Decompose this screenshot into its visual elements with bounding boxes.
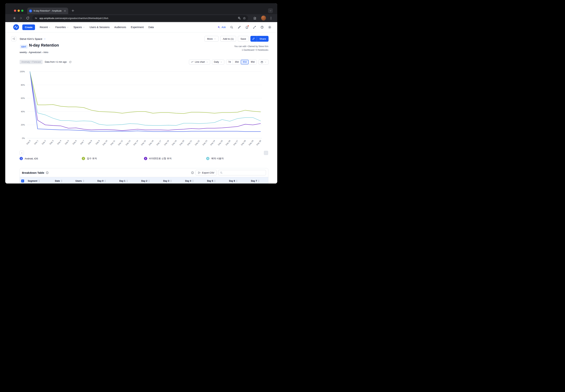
collapse-sidebar-button[interactable] <box>11 36 16 41</box>
sort-icon[interactable] <box>258 180 259 182</box>
create-button[interactable]: Create <box>22 25 35 30</box>
forward-button[interactable] <box>19 16 23 20</box>
chart-description[interactable]: weekly - Agree&start→Intro <box>20 51 48 54</box>
notification-badge <box>248 25 249 27</box>
column-header-day0[interactable]: Day 0 <box>95 177 117 183</box>
sort-icon[interactable] <box>104 180 106 182</box>
new-tab-button[interactable] <box>71 9 75 13</box>
legend-item[interactable]: 1 Android, iOS <box>20 157 82 160</box>
profile-avatar[interactable] <box>261 15 266 20</box>
breakdown-search[interactable] <box>218 170 266 175</box>
share-button[interactable]: Share <box>257 36 268 42</box>
nav-data[interactable]: Data <box>148 26 154 29</box>
copy-link-button[interactable] <box>250 36 257 42</box>
search-icon[interactable] <box>230 26 233 29</box>
chart-page-right-button[interactable] <box>264 151 268 155</box>
legend-swatch: 1 <box>20 157 23 160</box>
site-settings-icon[interactable] <box>34 17 38 20</box>
range-60d[interactable]: 60d <box>241 60 249 64</box>
journeys-icon[interactable] <box>253 26 256 29</box>
breadcrumb[interactable]: Steve Kim's Space <box>20 37 46 40</box>
line-chart-icon <box>191 61 194 63</box>
browser-menu-icon[interactable] <box>269 16 273 20</box>
svg-text:Day 9: Day 9 <box>95 140 100 145</box>
tab-search-button[interactable] <box>268 8 273 13</box>
back-button[interactable] <box>13 16 16 20</box>
more-button[interactable]: More <box>205 36 219 42</box>
reload-button[interactable] <box>26 16 30 20</box>
column-header-day6[interactable]: Day 6 <box>227 177 249 183</box>
translate-icon[interactable] <box>238 17 241 20</box>
info-icon[interactable] <box>191 171 194 174</box>
column-header-day5[interactable]: Day 5 <box>205 177 227 183</box>
usage-text[interactable]: 1 Dashboard • 0 Notebooks <box>234 48 268 52</box>
minimize-window-button[interactable] <box>18 10 20 12</box>
sort-icon[interactable] <box>236 180 238 182</box>
svg-text:Day 21: Day 21 <box>187 140 192 146</box>
breakdown-search-input[interactable] <box>224 171 264 174</box>
chart-type-select[interactable]: Line chart <box>189 60 210 65</box>
svg-text:Day 8: Day 8 <box>87 140 92 145</box>
chart-controls-right: Line chart Daily 7d 30d 60d 90d <box>189 59 268 65</box>
page-title[interactable]: N-day Retention <box>29 43 59 48</box>
bookmark-star-icon[interactable] <box>243 17 246 20</box>
column-header-users[interactable]: Users <box>73 177 95 183</box>
retention-line-chart[interactable]: 0%20%40%60%80%100%Day 0Day 1Day 2Day 3Da… <box>5 68 277 153</box>
ask-button[interactable]: Ask <box>217 26 226 29</box>
column-header-date[interactable]: Date <box>53 177 73 183</box>
amplitude-favicon <box>29 9 32 13</box>
svg-text:Day 0: Day 0 <box>26 140 31 145</box>
zoom-window-button[interactable] <box>21 10 23 12</box>
notifications-button[interactable] <box>245 26 249 29</box>
svg-text:Day 18: Day 18 <box>164 140 169 146</box>
sort-icon[interactable] <box>61 180 62 182</box>
column-header-day3[interactable]: Day 3 <box>161 177 183 183</box>
svg-text:Day 24: Day 24 <box>210 140 216 146</box>
column-header-day7[interactable]: Day 7 <box>249 177 271 183</box>
help-icon[interactable] <box>260 26 264 29</box>
legend-item[interactable]: 3 비대면진료 신청 유저 <box>144 157 206 160</box>
range-7d[interactable]: 7d <box>226 60 233 64</box>
address-bar[interactable]: app.amplitude.com/analytics/goodoc/chart… <box>32 15 248 21</box>
info-icon[interactable] <box>46 171 49 174</box>
browser-tab[interactable]: N-day Retention* - Amplitude <box>27 8 68 14</box>
column-header-segment[interactable]: Segment <box>26 177 53 183</box>
legend-item[interactable]: 4 예약 사용자 <box>206 157 268 160</box>
nav-recent[interactable]: Recent <box>40 26 51 29</box>
nav-audiences[interactable]: Audiences <box>114 26 126 29</box>
nav-experiment[interactable]: Experiment <box>131 26 144 29</box>
range-30d[interactable]: 30d <box>233 60 241 64</box>
column-header-day4[interactable]: Day 4 <box>183 177 205 183</box>
column-header-day2[interactable]: Day 2 <box>139 177 161 183</box>
pencil-icon[interactable] <box>238 26 241 29</box>
add-to-button[interactable]: Add to (1) <box>220 36 236 42</box>
chart-page-left-button[interactable] <box>20 151 24 155</box>
nav-users-sessions[interactable]: Users & Sessions <box>89 26 109 29</box>
amplitude-logo[interactable] <box>13 24 19 30</box>
export-csv-button[interactable]: Export CSV <box>195 170 217 175</box>
refresh-data-icon[interactable] <box>69 61 72 63</box>
extensions-icon[interactable] <box>253 16 256 20</box>
save-button[interactable]: Save <box>238 36 249 42</box>
legend-item[interactable]: 2 접수 유저 <box>82 157 144 160</box>
sort-icon[interactable] <box>83 180 84 182</box>
select-all-checkbox[interactable] <box>20 177 26 183</box>
anomaly-forecast-button[interactable]: Anomaly + Forecast <box>20 60 43 64</box>
column-header-day1[interactable]: Day 1 <box>117 177 139 183</box>
sort-icon[interactable] <box>192 180 194 182</box>
space-name[interactable]: Steve Kim's Space <box>20 37 42 40</box>
nav-favorites[interactable]: Favorites <box>55 26 69 29</box>
sort-icon[interactable] <box>214 180 216 182</box>
sort-icon[interactable] <box>170 180 172 182</box>
url-text[interactable]: app.amplitude.com/analytics/goodoc/chart… <box>39 17 236 20</box>
close-window-button[interactable] <box>14 10 16 12</box>
sort-icon[interactable] <box>148 180 150 182</box>
range-90d[interactable]: 90d <box>249 60 257 64</box>
close-tab-icon[interactable] <box>63 9 66 12</box>
nav-spaces[interactable]: Spaces <box>74 26 85 29</box>
sort-icon[interactable] <box>38 180 40 182</box>
settings-gear-icon[interactable] <box>268 26 271 29</box>
calendar-button[interactable] <box>259 60 268 65</box>
granularity-select[interactable]: Daily <box>212 60 224 65</box>
sort-icon[interactable] <box>126 180 128 182</box>
